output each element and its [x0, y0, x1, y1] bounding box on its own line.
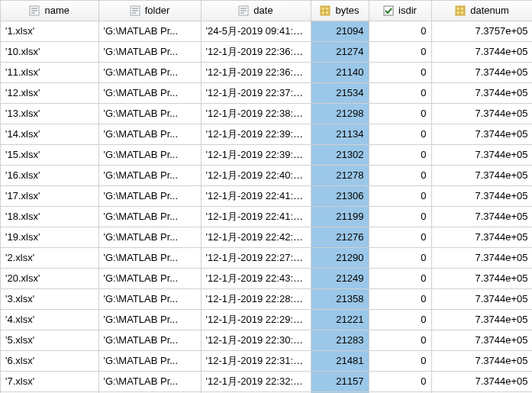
cell-isdir[interactable]: 0: [369, 21, 431, 41]
cell-folder[interactable]: 'G:\MATLAB Pr...: [98, 288, 201, 309]
cell-datenum[interactable]: 7.3744e+05: [431, 227, 532, 247]
cell-folder[interactable]: 'G:\MATLAB Pr...: [98, 330, 201, 350]
cell-folder[interactable]: 'G:\MATLAB Pr...: [98, 124, 201, 144]
cell-name[interactable]: '12.xlsx': [1, 82, 98, 103]
cell-datenum[interactable]: 7.3744e+05: [431, 206, 532, 227]
column-header-name[interactable]: name: [1, 1, 98, 21]
table-row[interactable]: '17.xlsx''G:\MATLAB Pr...'12-1月-2019 22:…: [1, 185, 532, 206]
cell-isdir[interactable]: 0: [369, 227, 431, 247]
cell-datenum[interactable]: 7.3744e+05: [431, 247, 532, 268]
cell-bytes[interactable]: 21199: [311, 206, 369, 227]
column-header-bytes[interactable]: bytes: [311, 1, 369, 21]
column-header-folder[interactable]: folder: [98, 1, 201, 21]
table-row[interactable]: '2.xlsx''G:\MATLAB Pr...'12-1月-2019 22:2…: [1, 247, 532, 268]
cell-bytes[interactable]: 21358: [311, 288, 369, 309]
variable-table[interactable]: name folder date bytes: [0, 0, 532, 393]
cell-bytes[interactable]: 21221: [311, 309, 369, 330]
cell-name[interactable]: '18.xlsx': [1, 206, 98, 227]
column-header-isdir[interactable]: isdir: [369, 1, 431, 21]
cell-date[interactable]: '12-1月-2019 22:39:42': [201, 144, 311, 165]
cell-datenum[interactable]: 7.3744e+05: [431, 144, 532, 165]
cell-isdir[interactable]: 0: [369, 247, 431, 268]
cell-folder[interactable]: 'G:\MATLAB Pr...: [98, 144, 201, 165]
cell-name[interactable]: '2.xlsx': [1, 247, 98, 268]
cell-isdir[interactable]: 0: [369, 288, 431, 309]
cell-folder[interactable]: 'G:\MATLAB Pr...: [98, 62, 201, 82]
table-row[interactable]: '6.xlsx''G:\MATLAB Pr...'12-1月-2019 22:3…: [1, 350, 532, 371]
cell-folder[interactable]: 'G:\MATLAB Pr...: [98, 371, 201, 391]
table-row[interactable]: '1.xlsx''G:\MATLAB Pr...'24-5月-2019 09:4…: [1, 21, 532, 41]
cell-folder[interactable]: 'G:\MATLAB Pr...: [98, 268, 201, 288]
cell-datenum[interactable]: 7.3744e+05: [431, 330, 532, 350]
table-row[interactable]: '5.xlsx''G:\MATLAB Pr...'12-1月-2019 22:3…: [1, 330, 532, 350]
cell-date[interactable]: '12-1月-2019 22:30:49': [201, 330, 311, 350]
cell-isdir[interactable]: 0: [369, 371, 431, 391]
cell-datenum[interactable]: 7.3744e+05: [431, 165, 532, 185]
cell-bytes[interactable]: 21276: [311, 227, 369, 247]
cell-folder[interactable]: 'G:\MATLAB Pr...: [98, 206, 201, 227]
cell-folder[interactable]: 'G:\MATLAB Pr...: [98, 227, 201, 247]
cell-name[interactable]: '6.xlsx': [1, 350, 98, 371]
cell-date[interactable]: '12-1月-2019 22:41:09': [201, 185, 311, 206]
cell-name[interactable]: '4.xlsx': [1, 309, 98, 330]
cell-datenum[interactable]: 7.3744e+05: [431, 288, 532, 309]
cell-isdir[interactable]: 0: [369, 185, 431, 206]
cell-date[interactable]: '24-5月-2019 09:41:02': [201, 21, 311, 41]
cell-bytes[interactable]: 21298: [311, 103, 369, 124]
cell-date[interactable]: '12-1月-2019 22:32:43': [201, 371, 311, 391]
cell-isdir[interactable]: 0: [369, 124, 431, 144]
cell-datenum[interactable]: 7.3744e+05: [431, 371, 532, 391]
cell-name[interactable]: '10.xlsx': [1, 41, 98, 62]
cell-folder[interactable]: 'G:\MATLAB Pr...: [98, 41, 201, 62]
cell-folder[interactable]: 'G:\MATLAB Pr...: [98, 103, 201, 124]
cell-date[interactable]: '12-1月-2019 22:38:08': [201, 103, 311, 124]
cell-folder[interactable]: 'G:\MATLAB Pr...: [98, 350, 201, 371]
cell-bytes[interactable]: 21302: [311, 144, 369, 165]
cell-name[interactable]: '20.xlsx': [1, 268, 98, 288]
table-row[interactable]: '4.xlsx''G:\MATLAB Pr...'12-1月-2019 22:2…: [1, 309, 532, 330]
table-row[interactable]: '16.xlsx''G:\MATLAB Pr...'12-1月-2019 22:…: [1, 165, 532, 185]
cell-datenum[interactable]: 7.3744e+05: [431, 124, 532, 144]
table-row[interactable]: '3.xlsx''G:\MATLAB Pr...'12-1月-2019 22:2…: [1, 288, 532, 309]
table-row[interactable]: '12.xlsx''G:\MATLAB Pr...'12-1月-2019 22:…: [1, 82, 532, 103]
cell-isdir[interactable]: 0: [369, 206, 431, 227]
cell-bytes[interactable]: 21094: [311, 21, 369, 41]
cell-isdir[interactable]: 0: [369, 309, 431, 330]
cell-isdir[interactable]: 0: [369, 268, 431, 288]
cell-date[interactable]: '12-1月-2019 22:41:46': [201, 206, 311, 227]
cell-date[interactable]: '12-1月-2019 22:40:19': [201, 165, 311, 185]
cell-isdir[interactable]: 0: [369, 82, 431, 103]
cell-name[interactable]: '19.xlsx': [1, 227, 98, 247]
cell-date[interactable]: '12-1月-2019 22:36:11': [201, 41, 311, 62]
cell-date[interactable]: '12-1月-2019 22:43:00': [201, 268, 311, 288]
cell-folder[interactable]: 'G:\MATLAB Pr...: [98, 309, 201, 330]
table-row[interactable]: '10.xlsx''G:\MATLAB Pr...'12-1月-2019 22:…: [1, 41, 532, 62]
cell-date[interactable]: '12-1月-2019 22:36:51': [201, 62, 311, 82]
cell-datenum[interactable]: 7.3744e+05: [431, 350, 532, 371]
table-row[interactable]: '18.xlsx''G:\MATLAB Pr...'12-1月-2019 22:…: [1, 206, 532, 227]
cell-datenum[interactable]: 7.3757e+05: [431, 21, 532, 41]
cell-isdir[interactable]: 0: [369, 144, 431, 165]
cell-bytes[interactable]: 21306: [311, 185, 369, 206]
cell-date[interactable]: '12-1月-2019 22:42:22': [201, 227, 311, 247]
cell-date[interactable]: '12-1月-2019 22:31:51': [201, 350, 311, 371]
column-header-date[interactable]: date: [201, 1, 311, 21]
cell-datenum[interactable]: 7.3744e+05: [431, 62, 532, 82]
table-row[interactable]: '11.xlsx''G:\MATLAB Pr...'12-1月-2019 22:…: [1, 62, 532, 82]
cell-name[interactable]: '14.xlsx': [1, 124, 98, 144]
cell-bytes[interactable]: 21157: [311, 371, 369, 391]
cell-datenum[interactable]: 7.3744e+05: [431, 41, 532, 62]
cell-folder[interactable]: 'G:\MATLAB Pr...: [98, 247, 201, 268]
cell-date[interactable]: '12-1月-2019 22:27:16': [201, 247, 311, 268]
cell-datenum[interactable]: 7.3744e+05: [431, 309, 532, 330]
cell-folder[interactable]: 'G:\MATLAB Pr...: [98, 185, 201, 206]
table-row[interactable]: '15.xlsx''G:\MATLAB Pr...'12-1月-2019 22:…: [1, 144, 532, 165]
cell-date[interactable]: '12-1月-2019 22:29:56': [201, 309, 311, 330]
cell-isdir[interactable]: 0: [369, 103, 431, 124]
cell-datenum[interactable]: 7.3744e+05: [431, 82, 532, 103]
cell-name[interactable]: '15.xlsx': [1, 144, 98, 165]
cell-bytes[interactable]: 21290: [311, 247, 369, 268]
cell-bytes[interactable]: 21534: [311, 82, 369, 103]
cell-folder[interactable]: 'G:\MATLAB Pr...: [98, 165, 201, 185]
table-row[interactable]: '13.xlsx''G:\MATLAB Pr...'12-1月-2019 22:…: [1, 103, 532, 124]
